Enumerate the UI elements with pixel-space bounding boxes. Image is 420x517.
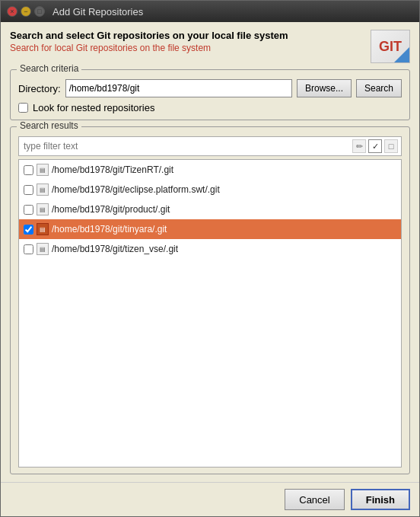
search-criteria-group: Search criteria Directory: Browse... Sea… — [10, 69, 410, 120]
maximize-button[interactable]: □ — [34, 6, 45, 17]
directory-row: Directory: Browse... Search — [18, 79, 402, 97]
list-item[interactable]: ▤ /home/bd1978/git/TizenRT/.git — [19, 160, 401, 180]
content-area: Search and select Git repositories on yo… — [1, 22, 419, 482]
search-results-label: Search results — [17, 120, 81, 131]
main-heading: Search and select Git repositories on yo… — [10, 30, 288, 41]
nested-repositories-label: Look for nested repositories — [33, 102, 154, 113]
repo-icon-0: ▤ — [37, 164, 49, 176]
repo-path-1: /home/bd1978/git/eclipse.platform.swt/.g… — [52, 184, 220, 195]
item-checkbox-0[interactable] — [24, 165, 33, 175]
list-item[interactable]: ▤ /home/bd1978/git/product/.git — [19, 199, 401, 219]
window-controls: × − □ — [7, 6, 45, 17]
list-item[interactable]: ▤ /home/bd1978/git/tizen_vse/.git — [19, 239, 401, 259]
header-text: Search and select Git repositories on yo… — [10, 30, 288, 53]
list-item-selected[interactable]: ▤ /home/bd1978/git/tinyara/.git — [19, 219, 401, 239]
directory-label: Directory: — [18, 83, 61, 94]
repo-icon-2: ▤ — [37, 203, 49, 215]
nested-repositories-checkbox[interactable] — [18, 103, 28, 113]
clear-filter-icon[interactable]: ✏ — [352, 139, 366, 153]
filter-row: ✏ ✓ □ — [18, 136, 402, 156]
repo-path-2: /home/bd1978/git/product/.git — [52, 204, 170, 215]
sub-heading: Search for local Git repositories on the… — [10, 43, 288, 53]
item-checkbox-3[interactable] — [24, 225, 33, 235]
list-item[interactable]: ▤ /home/bd1978/git/eclipse.platform.swt/… — [19, 180, 401, 199]
check-all-icon[interactable]: ✓ — [368, 139, 382, 153]
main-window: × − □ Add Git Repositories Search and se… — [0, 0, 420, 517]
title-bar: × − □ Add Git Repositories — [1, 1, 419, 22]
uncheck-all-icon[interactable]: □ — [384, 139, 398, 153]
close-button[interactable]: × — [7, 6, 18, 17]
cancel-button[interactable]: Cancel — [285, 489, 344, 510]
bottom-bar: Cancel Finish — [1, 482, 419, 516]
search-criteria-label: Search criteria — [17, 63, 81, 74]
browse-button[interactable]: Browse... — [297, 79, 352, 97]
item-checkbox-1[interactable] — [24, 185, 33, 195]
repo-icon-4: ▤ — [37, 243, 49, 255]
finish-button[interactable]: Finish — [351, 489, 410, 510]
search-button[interactable]: Search — [356, 79, 402, 97]
repo-path-4: /home/bd1978/git/tizen_vse/.git — [52, 244, 178, 254]
minimize-button[interactable]: − — [21, 6, 31, 17]
filter-input[interactable] — [19, 139, 349, 153]
search-results-group: Search results ✏ ✓ □ ▤ /home/bd1978/git/… — [10, 126, 410, 474]
results-list: ▤ /home/bd1978/git/TizenRT/.git ▤ /home/… — [18, 159, 402, 468]
nested-repositories-row: Look for nested repositories — [18, 102, 402, 113]
git-logo: GIT — [371, 30, 410, 63]
filter-icons: ✏ ✓ □ — [349, 139, 401, 153]
repo-icon-1: ▤ — [37, 184, 49, 196]
window-title: Add Git Repositories — [52, 6, 143, 18]
directory-input[interactable] — [65, 79, 292, 97]
repo-path-3: /home/bd1978/git/tinyara/.git — [52, 224, 167, 235]
item-checkbox-4[interactable] — [24, 244, 33, 254]
repo-path-0: /home/bd1978/git/TizenRT/.git — [52, 164, 173, 175]
repo-icon-3: ▤ — [37, 223, 49, 235]
header-section: Search and select Git repositories on yo… — [10, 30, 410, 63]
subtitle-prefix: Search for local Git repositories on — [10, 43, 152, 53]
item-checkbox-2[interactable] — [24, 205, 33, 215]
subtitle-highlight: the file system — [152, 43, 211, 53]
